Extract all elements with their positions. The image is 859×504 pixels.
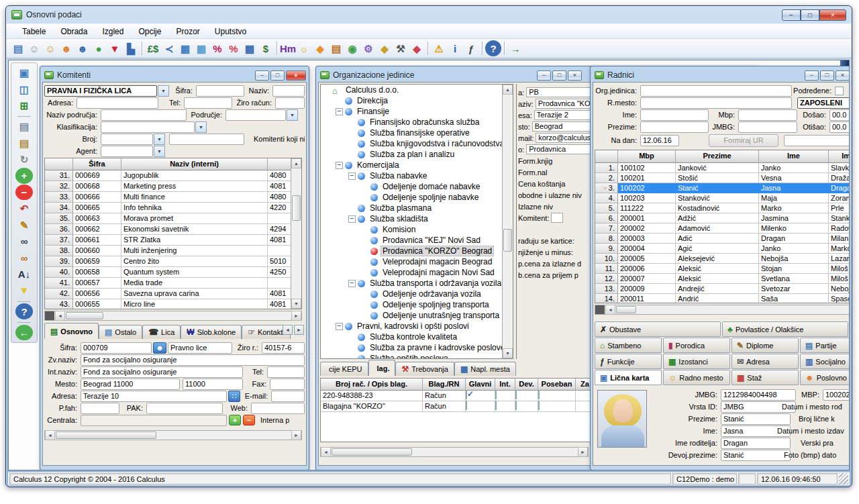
checkbox[interactable] — [538, 390, 540, 399]
table-row[interactable]: 10. 200005 Aleksejević Nebojša Lazar — [595, 254, 850, 264]
checkbox[interactable] — [466, 390, 467, 399]
table-row[interactable]: 8. 200003 Adić Dragan Milan — [595, 234, 850, 244]
tree-label[interactable]: Veleprodajni magacin Novi Sad — [381, 268, 496, 277]
col-dev[interactable]: Dev. — [515, 379, 538, 391]
tree-item[interactable]: Prodavnica "KORZO" Beograd — [321, 246, 513, 256]
jmbg-input[interactable] — [738, 121, 797, 133]
scroll-up-icon[interactable]: ▲ — [503, 85, 513, 95]
tree-item[interactable]: Služba skladišta — [321, 213, 513, 224]
vertical-scrollbar[interactable]: ▲ ▼ — [502, 85, 513, 358]
delete-icon[interactable]: − — [15, 185, 33, 200]
table-row[interactable]: 40. 000658 Quantum system 4250 — [45, 267, 301, 278]
tree-label[interactable]: Odeljenje spoljnjeg transporta — [381, 300, 491, 309]
tree-item[interactable]: Služba opštih poslova — [321, 353, 513, 359]
tab[interactable]: ▣Lična karta — [595, 370, 662, 385]
scroll-right-icon[interactable]: ► — [578, 447, 588, 457]
tab[interactable]: ♣Povlastice / Olakšice — [722, 321, 848, 337]
tab[interactable]: ₩Slob.kolone — [181, 325, 242, 339]
roditelj-field[interactable]: Dragan — [721, 438, 791, 449]
tree-expander-icon[interactable] — [348, 280, 356, 287]
tab-scroll-right-icon[interactable]: ► — [294, 325, 304, 335]
zvnaziv-field[interactable]: Fond za socijalno osiguranje — [81, 354, 305, 366]
horizontal-scrollbar[interactable]: ◄ ► — [320, 447, 589, 457]
tree-item[interactable]: Finansijsko obračunska služba — [321, 117, 513, 128]
podredjene-checkbox[interactable] — [835, 87, 844, 95]
tree-label[interactable]: Služba finansijske operative — [368, 128, 471, 138]
checkbox[interactable] — [495, 401, 497, 410]
checkbox[interactable] — [495, 390, 497, 399]
tab[interactable]: ☺Radno mesto — [663, 370, 730, 385]
tree-expander-icon[interactable] — [361, 226, 368, 234]
centrala-field[interactable] — [81, 415, 227, 426]
filter-red-icon[interactable]: ▼ — [107, 40, 123, 56]
tree-item[interactable]: Služba plasmana — [321, 203, 513, 213]
tree-expander-icon[interactable] — [348, 215, 356, 223]
tab[interactable]: ▦Napl. mesta — [454, 362, 516, 376]
chevron-down-icon[interactable]: ▼ — [195, 121, 207, 133]
toolbar-icon[interactable] — [139, 41, 145, 56]
checkbox[interactable] — [515, 401, 517, 410]
save-all-icon[interactable]: ◫ — [15, 81, 33, 97]
tree-item[interactable]: Služba za pravne i kadrovske poslove — [321, 342, 513, 353]
table-row[interactable]: 36. 000662 Ekonomski savetnik 4294 — [45, 224, 301, 235]
tree-label[interactable]: Služba kontrole kvaliteta — [368, 332, 458, 342]
menu-item[interactable]: Obrada — [54, 25, 94, 38]
tree-label[interactable]: Odeljenje spoljnje nabavke — [381, 193, 480, 202]
tab[interactable]: ⌂Stambeno — [595, 338, 662, 353]
tree-label[interactable]: Služba za pravne i kadrovske poslove — [368, 343, 506, 352]
tree-expander-icon[interactable] — [336, 162, 343, 169]
mbp-input[interactable] — [738, 109, 797, 121]
tab[interactable]: ▦Izostanci — [663, 354, 730, 369]
tab[interactable]: ▦Staž — [731, 370, 799, 385]
nadan-field[interactable]: 12.06.16 — [640, 135, 679, 146]
menu-item[interactable]: Tabele — [15, 25, 52, 38]
tag-orange-icon[interactable]: ◆ — [312, 40, 328, 56]
prezime-input[interactable] — [640, 121, 709, 133]
email-field[interactable] — [271, 391, 305, 402]
table-row[interactable]: 13. 200009 Andrejić Svetozar Nebojša — [595, 284, 850, 294]
filter-icon[interactable]: ▼ — [15, 283, 33, 298]
table-row[interactable]: 1. 100102 Janković Janko Slavko — [595, 163, 850, 173]
pfah-field[interactable] — [81, 403, 119, 414]
toolbar-icon[interactable] — [15, 299, 33, 303]
col-blag[interactable]: Blag./RN — [423, 379, 466, 391]
tree-expander-icon[interactable] — [361, 301, 368, 309]
toolbar-icon[interactable] — [425, 41, 431, 56]
table-row[interactable]: 12. 200007 Aleksić Svetlana Miloš — [595, 274, 850, 284]
tree-expander-icon[interactable] — [348, 172, 356, 180]
tab[interactable]: lag. — [368, 360, 396, 376]
scroll-right-icon[interactable]: ► — [291, 430, 301, 440]
tree-label[interactable]: Služba opštih poslova — [368, 354, 450, 359]
table-row[interactable]: 35. 000663 Morava promet — [45, 213, 301, 224]
broj-input[interactable] — [169, 134, 244, 145]
col-sifra[interactable]: Šifra — [73, 158, 121, 170]
tree-item[interactable]: Služba nabavke — [321, 170, 513, 181]
horizontal-scrollbar[interactable]: ◄ ► — [595, 305, 850, 315]
rmesto-input[interactable] — [640, 97, 792, 109]
help-icon[interactable]: ? — [485, 40, 501, 56]
tab[interactable]: ▮Porodica — [663, 338, 730, 353]
tree-expander-icon[interactable] — [348, 119, 356, 126]
close-button[interactable]: × — [819, 9, 846, 21]
prezime-field[interactable]: Stanić — [721, 413, 791, 425]
adresa-filter-input[interactable] — [77, 97, 158, 109]
table-row[interactable]: 34. 000665 Info tehnika 4220 — [45, 203, 301, 213]
menu-item[interactable]: Izgled — [95, 25, 130, 38]
worker-chair-icon[interactable]: ☺ — [42, 40, 58, 56]
tab[interactable]: ƒFunkcije — [595, 354, 662, 369]
mbp-field[interactable]: 100202 — [823, 389, 850, 401]
table-row[interactable]: 11. 200006 Aleksić Stojan Miloš — [595, 264, 850, 274]
devoj-field[interactable]: Stanić — [721, 450, 791, 461]
find-next-icon[interactable]: ∞ — [15, 250, 33, 265]
tree-expander-icon[interactable] — [336, 323, 343, 330]
col-roditelj[interactable]: Ime rodite — [829, 150, 850, 163]
exit2-icon[interactable]: ← — [15, 325, 33, 340]
type-select[interactable]: PRAVNA I FIZIČKA LICA — [44, 85, 157, 97]
table-row[interactable]: 42. 000656 Savezna uprava carina 4081 — [45, 289, 301, 299]
agent-select[interactable] — [101, 146, 153, 157]
naziv-podrucja-input[interactable] — [101, 109, 187, 121]
tree-expander-icon[interactable] — [361, 237, 368, 244]
tree-expander-icon[interactable] — [336, 108, 343, 115]
print-icon[interactable]: ▤ — [15, 119, 33, 134]
person-icon[interactable]: ☻ — [58, 40, 74, 56]
